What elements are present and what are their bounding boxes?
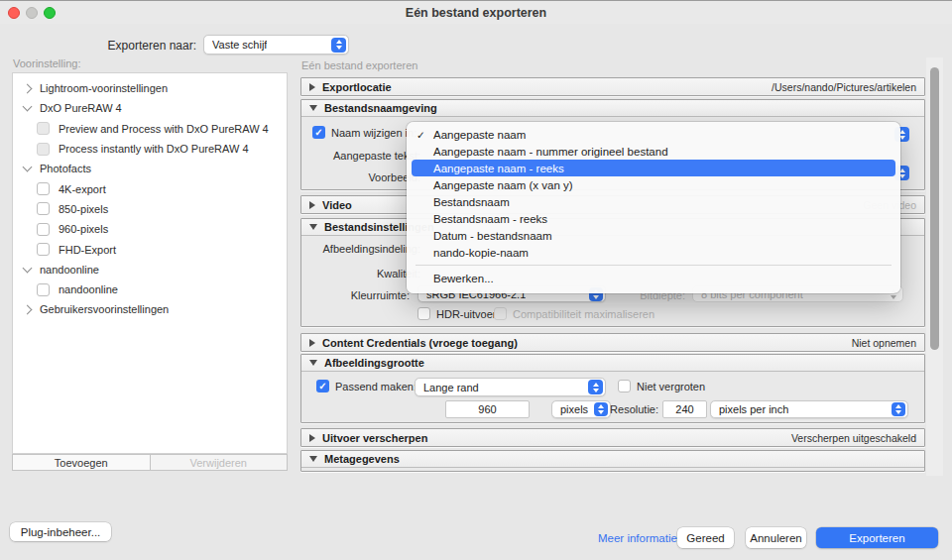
section-title: Exportlocatie [322, 81, 392, 93]
section-header-image-sizing[interactable]: Afbeeldingsgrootte [301, 355, 924, 372]
resize-checkbox-row: ✓ Passend maken: [316, 380, 416, 392]
presets-tree: Lightroom-voorinstellingen DxO PureRAW 4… [12, 72, 288, 454]
section-header-content-credentials[interactable]: Content Credentials (vroege toegang) Nie… [301, 334, 924, 351]
checkbox-icon[interactable] [37, 182, 50, 195]
add-preset-button[interactable]: Toevoegen [13, 455, 150, 470]
section-header-export-location[interactable]: Exportlocatie /Users/nando/Pictures/arti… [301, 78, 924, 95]
checkbox-checked-icon[interactable]: ✓ [316, 380, 329, 392]
tree-label: Gebruikersvoorinstellingen [40, 303, 169, 315]
checkbox-icon[interactable] [37, 202, 50, 215]
tree-preset-960-pixels[interactable]: 960-pixels [13, 219, 287, 239]
menu-item-custom-name-sequence[interactable]: Aangepaste naam - reeks [412, 160, 895, 176]
section-header-output-sharpening[interactable]: Uitvoer verscherpen Verscherpen uitgesch… [301, 429, 924, 446]
checkbox-icon[interactable] [37, 223, 50, 236]
section-image-sizing: Afbeeldingsgrootte ✓ Passend maken: Lang… [300, 354, 925, 423]
resize-mode-select[interactable]: Lange rand [415, 378, 606, 396]
menu-item-filename-sequence[interactable]: Bestandsnaam - reeks [407, 210, 900, 227]
scrollbar-thumb[interactable] [930, 67, 939, 350]
window-title: Eén bestand exporteren [0, 6, 952, 20]
tree-label: Preview and Process with DxO PureRAW 4 [59, 123, 269, 135]
tree-group-dxo-pureraw[interactable]: DxO PureRAW 4 [13, 98, 287, 118]
done-button[interactable]: Gereed [677, 527, 734, 548]
tree-preset-dxo-preview[interactable]: Preview and Process with DxO PureRAW 4 [13, 119, 287, 139]
checkmark-icon: ✓ [416, 129, 425, 141]
tree-label: nandoonline [59, 283, 118, 295]
section-title: Metagegevens [324, 453, 400, 465]
rename-label: Naam wijzigen in: [331, 127, 416, 139]
menu-item-custom-name-x-of-y[interactable]: Aangepaste naam (x van y) [407, 176, 900, 193]
checkbox-icon[interactable] [37, 243, 50, 256]
tree-preset-4k-export[interactable]: 4K-export [13, 178, 287, 198]
menu-item-label: Datum - bestandsnaam [433, 230, 552, 242]
menu-item-custom-name[interactable]: ✓Aangepaste naam [407, 126, 900, 143]
resize-value: Lange rand [423, 382, 479, 393]
tree-preset-nandoonline[interactable]: nandoonline [13, 280, 287, 299]
size-input[interactable] [445, 400, 530, 418]
chevron-down-icon [23, 263, 33, 273]
disclosure-right-icon [309, 434, 315, 442]
titlebar: Eén bestand exporteren [0, 0, 952, 24]
plugin-manager-button[interactable]: Plug-inbeheer... [10, 522, 111, 541]
presets-label: Voorinstelling: [13, 57, 81, 69]
tree-label: 4K-export [59, 183, 106, 195]
no-enlarge-label: Niet vergroten [637, 381, 705, 392]
tree-group-nandoonline[interactable]: nandoonline [13, 260, 287, 280]
tree-label: 850-pixels [59, 203, 108, 215]
section-title: Afbeeldingsgrootte [324, 357, 424, 369]
more-info-link[interactable]: Meer informatie [598, 532, 677, 544]
tree-label: Lightroom-voorinstellingen [40, 82, 168, 94]
tree-label: Process instantly with DxO PureRAW 4 [59, 143, 249, 155]
stepper-icon [892, 402, 905, 416]
preset-actions: Toevoegen Verwijderen [12, 454, 288, 471]
checkbox-icon[interactable] [417, 307, 430, 320]
disclosure-right-icon [309, 83, 315, 91]
stepper-icon [331, 38, 346, 53]
tree-label: nandoonline [40, 264, 99, 276]
tree-preset-dxo-process[interactable]: Process instantly with DxO PureRAW 4 [13, 139, 287, 159]
disclosure-down-icon [309, 360, 317, 366]
main-heading: Eén bestand exporteren [301, 59, 417, 71]
cancel-button[interactable]: Annuleren [746, 527, 806, 548]
tree-group-photofacts[interactable]: Photofacts [13, 159, 287, 178]
disclosure-down-icon [309, 105, 317, 111]
resolution-label: Resolutie: [571, 403, 658, 415]
tree-group-user-presets[interactable]: Gebruikersvoorinstellingen [13, 299, 287, 319]
section-header-file-naming[interactable]: Bestandsnaamgeving [301, 100, 924, 117]
checkbox-icon [494, 307, 507, 320]
example-label: Voorbeeld: [301, 171, 420, 183]
resolution-unit-select[interactable]: pixels per inch [710, 400, 908, 418]
menu-item-label: Aangepaste naam [433, 129, 526, 141]
disclosure-down-icon [309, 224, 317, 230]
checkbox-icon[interactable] [37, 283, 50, 296]
menu-separator [416, 265, 892, 266]
disclosure-down-icon [309, 456, 317, 462]
menu-item-custom-name-original-number[interactable]: Aangepaste naam - nummer origineel besta… [407, 143, 900, 160]
menu-item-label: nando-kopie-naam [433, 247, 529, 259]
menu-item-filename[interactable]: Bestandsnaam [407, 193, 900, 210]
section-metadata: Metagegevens [300, 450, 925, 472]
menu-item-nando-kopie-naam[interactable]: nando-kopie-naam [407, 244, 900, 261]
checkbox-icon[interactable] [37, 143, 50, 156]
checkbox-icon[interactable] [37, 122, 50, 135]
section-title: Uitvoer verscherpen [322, 432, 427, 444]
tree-preset-fhd-export[interactable]: FHD-Export [13, 239, 287, 259]
tree-preset-850-pixels[interactable]: 850-pixels [13, 199, 287, 219]
section-title: Video [322, 199, 352, 211]
compat-checkbox-row: Compatibiliteit maximaliseren [494, 307, 654, 320]
tree-label: 960-pixels [59, 223, 108, 235]
checkbox-checked-icon[interactable]: ✓ [312, 126, 325, 139]
menu-item-edit[interactable]: Bewerken... [407, 270, 900, 286]
stepper-icon [588, 380, 603, 394]
section-content-credentials: Content Credentials (vroege toegang) Nie… [300, 333, 925, 352]
export-to-select[interactable]: Vaste schijf [203, 35, 349, 55]
hdr-label: HDR-uitvoer [436, 308, 497, 320]
resolution-input[interactable] [662, 400, 707, 418]
section-status: Niet opnemen [852, 337, 916, 349]
section-header-metadata[interactable]: Metagegevens [301, 451, 924, 468]
checkbox-icon[interactable] [618, 380, 631, 392]
tree-label: Photofacts [40, 163, 91, 174]
menu-item-date-filename[interactable]: Datum - bestandsnaam [407, 227, 900, 244]
tree-group-lightroom-presets[interactable]: Lightroom-voorinstellingen [13, 78, 287, 98]
section-status: /Users/nando/Pictures/artikelen [772, 81, 916, 93]
export-button[interactable]: Exporteren [816, 527, 938, 548]
